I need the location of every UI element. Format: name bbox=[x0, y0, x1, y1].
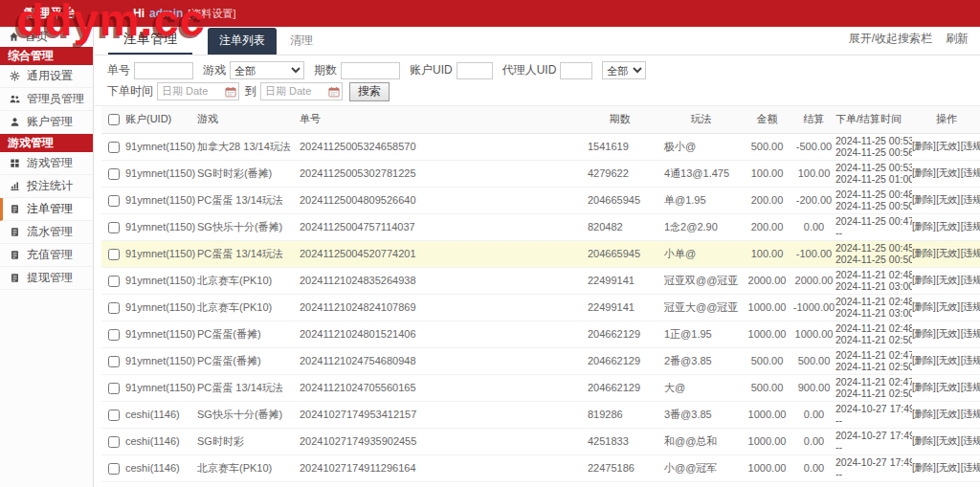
delete-link[interactable]: [删除] bbox=[912, 462, 935, 473]
status-select[interactable]: 全部 bbox=[602, 61, 646, 79]
cell-amount: 1000.00 bbox=[742, 294, 792, 321]
delete-link[interactable]: [删除] bbox=[912, 248, 935, 258]
delete-link[interactable]: [删除] bbox=[912, 409, 935, 419]
cell-play: 4通13@1.475 bbox=[660, 160, 742, 187]
agent-uid-input[interactable] bbox=[560, 62, 592, 79]
violation-link[interactable]: [违规] bbox=[961, 301, 980, 312]
sidebar-item[interactable]: 注单管理 bbox=[0, 198, 93, 221]
sidebar-item[interactable]: 提现管理 bbox=[0, 267, 93, 290]
row-checkbox[interactable] bbox=[108, 383, 120, 394]
sidebar-item[interactable]: 流水管理 bbox=[0, 221, 93, 244]
delete-link[interactable]: [删除] bbox=[912, 221, 935, 232]
sidebar-item[interactable]: 投注统计 bbox=[0, 175, 93, 198]
cell-operations: [删除][无效][违规] bbox=[912, 321, 980, 347]
delete-link[interactable]: [删除] bbox=[912, 355, 935, 365]
row-checkbox[interactable] bbox=[108, 302, 120, 314]
row-checkbox[interactable] bbox=[108, 329, 120, 341]
cell-order: 20241121024801521406 bbox=[300, 321, 579, 347]
search-button[interactable]: 搜索 bbox=[349, 82, 390, 101]
sidebar-item[interactable]: 管理员管理 bbox=[0, 88, 93, 111]
invalid-link[interactable]: [无效] bbox=[936, 355, 959, 365]
invalid-link[interactable]: [无效] bbox=[936, 435, 959, 446]
invalid-link[interactable]: [无效] bbox=[936, 221, 959, 232]
cell-amount: 100.00 bbox=[742, 240, 792, 267]
cell-account: 91ymnet(1150) bbox=[125, 187, 197, 213]
date-to-input[interactable]: 日期 Date bbox=[260, 82, 343, 100]
delete-link[interactable]: [删除] bbox=[912, 301, 935, 312]
sidebar-item-home[interactable]: 首页 bbox=[0, 27, 93, 47]
delete-link[interactable]: [删除] bbox=[912, 167, 935, 178]
cell-game: PC蛋蛋 13/14玩法 bbox=[197, 240, 300, 267]
violation-link[interactable]: [违规] bbox=[961, 248, 980, 258]
invalid-link[interactable]: [无效] bbox=[936, 275, 959, 285]
delete-link[interactable]: [删除] bbox=[912, 194, 935, 205]
row-checkbox[interactable] bbox=[108, 463, 120, 475]
period-input[interactable] bbox=[341, 62, 400, 79]
violation-link[interactable]: [违规] bbox=[961, 435, 980, 446]
delete-link[interactable]: [删除] bbox=[912, 141, 935, 151]
violation-link[interactable]: [违规] bbox=[961, 194, 980, 205]
delete-link[interactable]: [删除] bbox=[912, 275, 935, 285]
cell-settle: -100.00 bbox=[792, 240, 835, 267]
cell-amount bbox=[742, 481, 792, 487]
invalid-link[interactable]: [无效] bbox=[936, 248, 959, 258]
invalid-link[interactable]: [无效] bbox=[936, 194, 959, 205]
violation-link[interactable]: [违规] bbox=[961, 462, 980, 473]
profile-settings-link[interactable]: [资料设置] bbox=[188, 7, 235, 21]
select-all-checkbox[interactable] bbox=[108, 114, 120, 125]
row-checkbox[interactable] bbox=[108, 142, 120, 153]
invalid-link[interactable]: [无效] bbox=[936, 409, 959, 419]
cell-period: 204665945 bbox=[579, 240, 660, 267]
home-icon bbox=[9, 32, 19, 42]
refresh-link[interactable]: 刷新 bbox=[946, 31, 969, 47]
invalid-link[interactable]: [无效] bbox=[936, 462, 959, 473]
order-no-input[interactable] bbox=[134, 62, 193, 79]
violation-link[interactable]: [违规] bbox=[961, 328, 980, 339]
sidebar-item[interactable]: 通用设置 bbox=[0, 65, 93, 88]
cell-game: PC蛋蛋 13/14玩法 bbox=[197, 374, 300, 401]
cell-game: PC蛋蛋(番摊) bbox=[197, 321, 300, 347]
cell-account: 91ymnet(1150) bbox=[125, 294, 197, 321]
violation-link[interactable]: [违规] bbox=[961, 409, 980, 419]
invalid-link[interactable]: [无效] bbox=[936, 382, 959, 392]
tab-clear[interactable]: 清理 bbox=[278, 28, 324, 55]
violation-link[interactable]: [违规] bbox=[961, 167, 980, 178]
row-checkbox[interactable] bbox=[108, 436, 120, 448]
invalid-link[interactable]: [无效] bbox=[936, 301, 959, 312]
game-select[interactable]: 全部 bbox=[230, 61, 304, 79]
app-title: 管理平台 bbox=[24, 5, 78, 22]
column-header-amount: 金额 bbox=[742, 106, 792, 133]
sidebar-item[interactable]: 游戏管理 bbox=[0, 152, 93, 175]
tab-order-list[interactable]: 注单列表 bbox=[208, 28, 277, 55]
toggle-search-link[interactable]: 展开/收起搜索栏 bbox=[849, 31, 932, 47]
cell-operations: [删除][无效][违规] bbox=[912, 187, 980, 213]
sidebar-item[interactable]: 充值管理 bbox=[0, 244, 93, 267]
invalid-link[interactable]: [无效] bbox=[936, 167, 959, 178]
row-checkbox[interactable] bbox=[108, 410, 120, 421]
row-checkbox[interactable] bbox=[108, 356, 120, 367]
sidebar-item[interactable]: 账户管理 bbox=[0, 111, 93, 134]
cell-settle: 0.00 bbox=[792, 454, 835, 481]
row-checkbox[interactable] bbox=[108, 168, 120, 180]
account-uid-input[interactable] bbox=[457, 62, 493, 79]
cell-game: 北京赛车(PK10) bbox=[197, 294, 300, 321]
cell-operations: [删除][无效][违规] bbox=[912, 454, 980, 481]
violation-link[interactable]: [违规] bbox=[961, 355, 980, 365]
chart-icon bbox=[10, 181, 20, 191]
invalid-link[interactable]: [无效] bbox=[936, 141, 959, 151]
row-checkbox[interactable] bbox=[108, 222, 120, 233]
delete-link[interactable]: [删除] bbox=[912, 382, 935, 392]
violation-link[interactable]: [违规] bbox=[961, 221, 980, 232]
invalid-link[interactable]: [无效] bbox=[936, 328, 959, 339]
date-from-input[interactable]: 日期 Date bbox=[157, 82, 239, 100]
row-checkbox[interactable] bbox=[108, 276, 120, 287]
violation-link[interactable]: [违规] bbox=[961, 141, 980, 151]
row-checkbox[interactable] bbox=[108, 249, 120, 260]
delete-link[interactable]: [删除] bbox=[912, 435, 935, 446]
delete-link[interactable]: [删除] bbox=[912, 328, 935, 339]
cell-time: 2024-10-27 17:49:35-- bbox=[835, 428, 912, 454]
violation-link[interactable]: [违规] bbox=[961, 275, 980, 285]
cell-amount: 1000.00 bbox=[742, 401, 792, 428]
violation-link[interactable]: [违规] bbox=[961, 382, 980, 392]
row-checkbox[interactable] bbox=[108, 195, 120, 207]
